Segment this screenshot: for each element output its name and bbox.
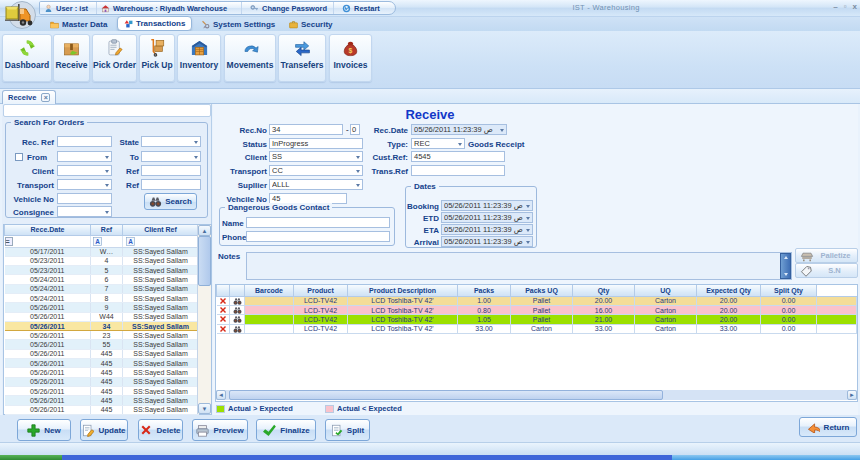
- orders-scrollbar[interactable]: ▲ ▼: [197, 225, 211, 414]
- order-row[interactable]: 05/26/2011 445 SS:Sayed Sallam: [5, 377, 199, 386]
- find-row-cell[interactable]: [230, 324, 245, 333]
- type-dropdown[interactable]: REC: [411, 138, 465, 149]
- ribbon-button-movements[interactable]: Movements: [224, 34, 276, 82]
- cust-ref-input[interactable]: 4545: [411, 151, 505, 162]
- order-row[interactable]: 05/24/2011 6 SS:Sayed Sallam: [5, 275, 199, 284]
- palletize-button[interactable]: Palletize: [795, 248, 858, 263]
- document-tab-receive[interactable]: Receive ×: [2, 90, 56, 104]
- order-row[interactable]: 05/24/2011 8 SS:Sayed Sallam: [5, 293, 199, 302]
- date-row-input[interactable]: 05/26/2011 11:23:39 ص: [441, 224, 533, 235]
- maximize-button[interactable]: ▫: [844, 2, 847, 12]
- scrollbar-thumb[interactable]: [198, 236, 211, 286]
- order-row[interactable]: 05/26/2011 34 SS:Sayed Sallam: [5, 321, 199, 330]
- scroll-right-icon[interactable]: ►: [847, 390, 857, 400]
- column-header-barcode[interactable]: Barcode: [245, 285, 294, 296]
- menu-item-change-password[interactable]: Change Password: [241, 2, 333, 14]
- date-row-input[interactable]: 05/26/2011 11:23:39 ص: [441, 200, 533, 211]
- close-tab-icon[interactable]: ×: [41, 93, 50, 102]
- order-row[interactable]: 05/26/2011 445 SS:Sayed Sallam: [5, 359, 199, 368]
- tab-security[interactable]: Security: [283, 17, 339, 31]
- finalize-button[interactable]: Finalize: [256, 419, 316, 441]
- notes-scrollbar[interactable]: [780, 253, 791, 279]
- column-header-description[interactable]: Product Description: [348, 285, 458, 296]
- tab-transactions[interactable]: Transactions: [117, 16, 192, 31]
- update-button[interactable]: Update: [80, 419, 128, 441]
- column-header-packs-uq[interactable]: Packs UQ: [511, 285, 573, 296]
- date-row-input[interactable]: 05/26/2011 11:23:39 ص: [441, 236, 533, 247]
- delete-button[interactable]: Delete: [138, 419, 183, 441]
- order-row[interactable]: 05/23/2011 4 SS:Sayed Sallam: [5, 256, 199, 265]
- order-row[interactable]: 05/23/2011 5 SS:Sayed Sallam: [5, 266, 199, 275]
- ribbon-button-dashboard[interactable]: Dashboard: [2, 34, 52, 82]
- ribbon-button-inventory[interactable]: Inventory: [177, 34, 221, 82]
- column-header-expected-qty[interactable]: Expected Qty: [697, 285, 761, 296]
- split-button[interactable]: Split: [325, 419, 370, 441]
- filter-op-cell[interactable]: =: [5, 235, 91, 247]
- column-header-rece-date[interactable]: Rece.Date: [5, 225, 91, 235]
- scroll-up-icon[interactable]: ▲: [198, 225, 211, 236]
- ribbon-button-invoices[interactable]: Invoices: [329, 34, 372, 82]
- to-dropdown[interactable]: [141, 151, 201, 162]
- filter-ref-cell[interactable]: [91, 235, 123, 247]
- tab-system-settings[interactable]: System Settings: [195, 17, 281, 31]
- column-header-split-qty[interactable]: Split Qty: [761, 285, 817, 296]
- column-header-client-ref[interactable]: Client Ref: [123, 225, 199, 235]
- return-button[interactable]: Return: [799, 417, 857, 437]
- menu-item-restart[interactable]: Restart: [333, 2, 389, 14]
- state-dropdown[interactable]: [141, 136, 201, 147]
- search-button[interactable]: Search: [144, 193, 197, 210]
- from-checkbox[interactable]: [15, 153, 23, 161]
- product-grid-hscrollbar[interactable]: ◄ ►: [216, 390, 857, 400]
- preview-button[interactable]: Preview: [192, 419, 248, 441]
- column-header-ref[interactable]: Ref: [91, 225, 123, 235]
- column-header-product[interactable]: Product: [294, 285, 348, 296]
- scroll-down-icon[interactable]: ▼: [198, 403, 211, 414]
- delete-row-cell[interactable]: [217, 305, 230, 314]
- order-row[interactable]: 05/26/2011 55 SS:Sayed Sallam: [5, 340, 199, 349]
- ref-input-2[interactable]: [141, 179, 201, 190]
- phone-input[interactable]: [246, 231, 390, 242]
- column-header-packs[interactable]: Packs: [458, 285, 511, 296]
- name-input[interactable]: [246, 217, 390, 228]
- delete-row-cell[interactable]: [217, 296, 230, 305]
- order-row[interactable]: 05/26/2011 445 SS:Sayed Sallam: [5, 386, 199, 395]
- column-header-uq[interactable]: UQ: [635, 285, 697, 296]
- consignee-dropdown[interactable]: [57, 206, 112, 217]
- order-row[interactable]: 05/26/2011 W44 SS:Sayed Sallam: [5, 312, 199, 321]
- ref-input-1[interactable]: [141, 165, 201, 176]
- supplier-dropdown[interactable]: ALLL: [269, 179, 363, 190]
- trans-ref-input[interactable]: [411, 165, 505, 176]
- find-row-cell[interactable]: [230, 315, 245, 324]
- scrollbar-thumb[interactable]: [229, 390, 663, 400]
- order-row[interactable]: 05/26/2011 445 SS:Sayed Sallam: [5, 405, 199, 414]
- delete-row-cell[interactable]: [217, 315, 230, 324]
- column-header-qty[interactable]: Qty: [573, 285, 635, 296]
- rec-date-input[interactable]: 05/26/2011 11:23:39 ص: [411, 124, 507, 135]
- order-row[interactable]: 05/26/2011 23 SS:Sayed Sallam: [5, 331, 199, 340]
- date-row-input[interactable]: 05/26/2011 11:23:39 ص: [441, 212, 533, 223]
- ribbon-button-receive[interactable]: Receive: [53, 34, 90, 82]
- menu-item-warehouse[interactable]: Warehouse : Riyadh Warehouse: [96, 2, 241, 14]
- order-row[interactable]: 05/26/2011 445 SS:Sayed Sallam: [5, 368, 199, 377]
- filter-client-cell[interactable]: [123, 235, 199, 247]
- scroll-left-icon[interactable]: ◄: [216, 390, 226, 400]
- rec-no-input[interactable]: 34: [269, 124, 343, 135]
- vehicle-no-input[interactable]: [57, 193, 112, 204]
- new-button[interactable]: New: [17, 419, 71, 441]
- order-row[interactable]: 05/17/2011 W… SS:Sayed Sallam: [5, 247, 199, 256]
- ribbon-button-pick-up[interactable]: Pick Up: [139, 34, 175, 82]
- menu-item-user[interactable]: User : ist: [40, 2, 96, 14]
- find-row-cell[interactable]: [230, 305, 245, 314]
- tab-master-data[interactable]: Master Data: [44, 17, 113, 31]
- ribbon-button-pick-order[interactable]: Pick Order: [92, 34, 137, 82]
- order-row[interactable]: 05/24/2011 7 SS:Sayed Sallam: [5, 284, 199, 293]
- notes-input[interactable]: [246, 252, 792, 280]
- order-row[interactable]: 05/26/2011 9 SS:Sayed Sallam: [5, 303, 199, 312]
- ribbon-button-transfers[interactable]: Transefers: [278, 34, 326, 82]
- delete-row-cell[interactable]: [217, 324, 230, 333]
- order-row[interactable]: 05/26/2011 445 SS:Sayed Sallam: [5, 349, 199, 358]
- find-row-cell[interactable]: [230, 296, 245, 305]
- minimize-button[interactable]: –: [833, 2, 837, 12]
- order-row[interactable]: 05/26/2011 445 SS:Sayed Sallam: [5, 396, 199, 405]
- sn-button[interactable]: S.N: [795, 263, 858, 278]
